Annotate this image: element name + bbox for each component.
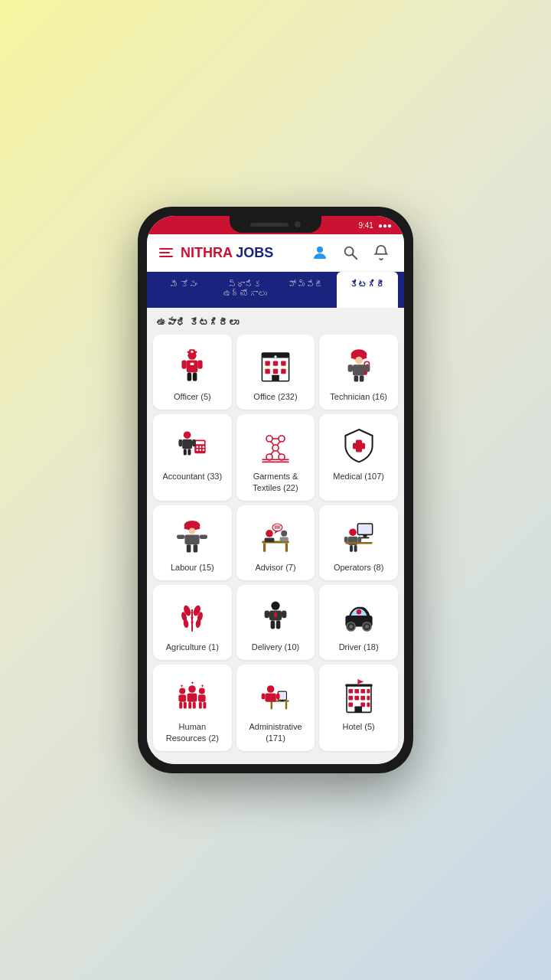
driver-label: Driver (18) bbox=[339, 642, 379, 652]
tab-for-you[interactable]: మీ కోసం bbox=[153, 272, 214, 308]
svg-rect-131 bbox=[271, 702, 272, 710]
svg-rect-90 bbox=[354, 545, 357, 552]
svg-rect-144 bbox=[354, 689, 359, 694]
svg-point-99 bbox=[191, 616, 194, 619]
svg-rect-18 bbox=[265, 369, 269, 374]
category-administrative[interactable]: Administrative (171) bbox=[236, 665, 315, 751]
category-garments[interactable]: Garments & Textiles (22) bbox=[236, 414, 315, 501]
svg-point-72 bbox=[266, 530, 273, 537]
category-officer[interactable]: Officer (5) bbox=[153, 335, 232, 410]
svg-text:✦: ✦ bbox=[201, 684, 205, 689]
svg-rect-88 bbox=[345, 542, 372, 544]
officer-icon bbox=[172, 345, 212, 385]
menu-button[interactable] bbox=[159, 248, 173, 257]
category-agriculture[interactable]: Agriculture (1) bbox=[153, 585, 232, 660]
operators-label: Operators (8) bbox=[334, 562, 383, 573]
category-delivery[interactable]: Delivery (10) bbox=[236, 585, 315, 660]
hr-icon: ✦ ✦ ✦ bbox=[172, 675, 212, 715]
tab-category[interactable]: కేటగిరీ bbox=[337, 272, 398, 308]
search-button[interactable] bbox=[340, 242, 361, 263]
advisor-label: Advisor (7) bbox=[255, 562, 295, 573]
category-technician[interactable]: Technician (16) bbox=[319, 335, 398, 410]
technician-icon bbox=[339, 345, 379, 385]
svg-point-114 bbox=[189, 686, 197, 694]
svg-rect-136 bbox=[265, 694, 276, 702]
svg-point-118 bbox=[199, 688, 205, 694]
section-title: ఉపాధి కేటగిరీలు bbox=[153, 314, 398, 335]
svg-point-1 bbox=[345, 247, 354, 256]
svg-rect-124 bbox=[193, 702, 196, 709]
garments-label: Garments & Textiles (22) bbox=[243, 471, 309, 493]
svg-rect-67 bbox=[187, 544, 191, 552]
medical-icon bbox=[339, 425, 379, 465]
medical-label: Medical (107) bbox=[333, 471, 384, 482]
svg-rect-20 bbox=[281, 369, 285, 374]
svg-rect-130 bbox=[285, 702, 287, 710]
labour-label: Labour (15) bbox=[171, 562, 214, 573]
svg-line-2 bbox=[353, 255, 357, 260]
svg-rect-117 bbox=[179, 695, 187, 703]
category-advisor[interactable]: Advisor (7) bbox=[236, 505, 315, 580]
svg-rect-119 bbox=[198, 695, 206, 703]
tab-home[interactable]: హోమ్‌పేజీ bbox=[276, 272, 337, 308]
tab-local-jobs[interactable]: స్థానిక ఉద్యోగాలు bbox=[214, 272, 276, 308]
category-operators[interactable]: Operators (8) bbox=[319, 505, 398, 580]
svg-rect-30 bbox=[359, 376, 364, 382]
svg-point-135 bbox=[267, 686, 275, 694]
svg-rect-21 bbox=[272, 375, 279, 381]
advisor-icon bbox=[256, 516, 295, 556]
svg-rect-125 bbox=[180, 702, 183, 709]
svg-rect-35 bbox=[197, 446, 198, 448]
svg-rect-17 bbox=[281, 361, 285, 365]
svg-point-0 bbox=[317, 247, 323, 253]
svg-rect-31 bbox=[347, 364, 352, 372]
svg-rect-83 bbox=[360, 537, 369, 538]
driver-icon bbox=[339, 596, 379, 635]
svg-point-49 bbox=[272, 445, 279, 451]
category-labour[interactable]: Labour (15) bbox=[153, 505, 232, 580]
speaker bbox=[250, 223, 289, 227]
svg-rect-32 bbox=[365, 364, 370, 372]
phone-frame: 9:41 ●●● NITHRA JOBS bbox=[138, 207, 413, 773]
svg-rect-46 bbox=[188, 449, 191, 456]
svg-rect-115 bbox=[187, 694, 197, 702]
category-hotel[interactable]: Hotel (5) bbox=[319, 665, 398, 751]
svg-line-53 bbox=[271, 441, 274, 445]
svg-rect-145 bbox=[360, 689, 365, 694]
svg-line-54 bbox=[277, 441, 280, 445]
category-driver[interactable]: Driver (18) bbox=[319, 585, 398, 660]
svg-rect-143 bbox=[348, 689, 353, 694]
category-accountant[interactable]: Accountant (33) bbox=[153, 414, 232, 501]
delivery-icon bbox=[256, 596, 295, 635]
svg-rect-8 bbox=[191, 363, 194, 365]
operators-icon bbox=[339, 516, 379, 556]
svg-point-113 bbox=[356, 609, 360, 614]
category-hr[interactable]: ✦ ✦ ✦ Human Resources (2) bbox=[153, 665, 232, 751]
category-office[interactable]: Office (232) bbox=[236, 335, 315, 410]
svg-rect-138 bbox=[276, 694, 280, 700]
category-medical[interactable]: Medical (107) bbox=[319, 414, 398, 501]
svg-rect-107 bbox=[276, 621, 281, 629]
svg-rect-154 bbox=[354, 707, 362, 713]
svg-rect-26 bbox=[353, 364, 365, 375]
nav-tabs: మీ కోసం స్థానిక ఉద్యోగాలు హోమ్‌పేజీ కేటగ… bbox=[147, 272, 404, 308]
profile-button[interactable] bbox=[309, 242, 331, 263]
svg-rect-7 bbox=[187, 361, 197, 373]
officer-label: Officer (5) bbox=[174, 391, 211, 402]
svg-rect-29 bbox=[354, 376, 358, 382]
svg-line-55 bbox=[271, 451, 274, 455]
svg-point-76 bbox=[272, 524, 282, 531]
svg-rect-150 bbox=[367, 696, 370, 701]
svg-point-41 bbox=[184, 432, 191, 439]
svg-rect-39 bbox=[200, 449, 201, 451]
svg-rect-89 bbox=[350, 545, 353, 552]
svg-rect-9 bbox=[182, 361, 187, 369]
svg-rect-149 bbox=[360, 696, 365, 701]
svg-rect-70 bbox=[263, 543, 266, 551]
technician-label: Technician (16) bbox=[330, 391, 387, 402]
svg-rect-127 bbox=[199, 702, 202, 709]
svg-rect-34 bbox=[196, 441, 204, 444]
svg-rect-15 bbox=[265, 361, 269, 365]
notification-button[interactable] bbox=[370, 242, 392, 263]
categories-grid: Officer (5) bbox=[153, 335, 398, 751]
